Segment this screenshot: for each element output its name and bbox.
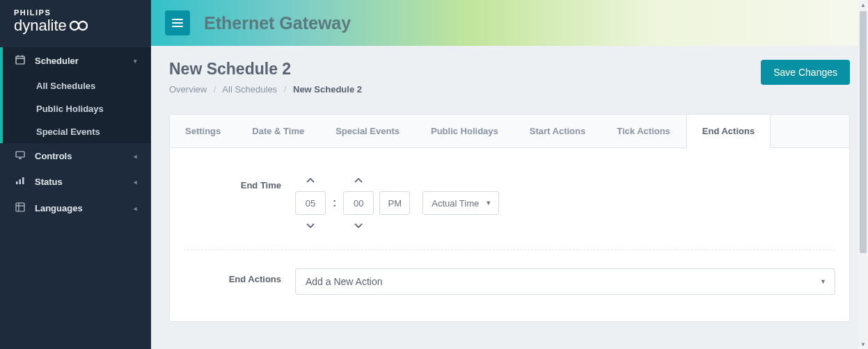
scroll-down-icon[interactable]: ▼ [858,339,868,349]
nav-sub-scheduler: All Schedules Public Holidays Special Ev… [0,74,151,143]
scroll-up-icon[interactable]: ▲ [858,0,868,10]
scrollbar-track[interactable] [860,11,867,338]
minute-input[interactable] [343,191,374,215]
scrollbar-thumb[interactable] [860,11,867,253]
add-action-value: Add a New Action [306,276,383,287]
scrollbar[interactable]: ▲ ▼ [858,0,868,349]
breadcrumb-root[interactable]: Overview [169,84,207,95]
svg-rect-12 [16,203,24,211]
nav: Scheduler ▾ All Schedules Public Holiday… [0,44,151,222]
chevron-left-icon: ◂ [134,179,137,186]
end-actions-label: End Actions [184,268,295,284]
svg-rect-10 [19,179,22,184]
caret-down-icon: ▼ [820,278,826,285]
nav-label: Controls [35,151,72,161]
logo-company: PHILIPS [14,8,137,17]
page-title: New Schedule 2 [169,60,362,79]
tabs: Settings Date & Time Special Events Publ… [170,115,849,148]
breadcrumb: Overview / All Schedules / New Schedule … [169,84,362,95]
nav-label: Scheduler [35,56,79,66]
breadcrumb-sep: / [284,84,287,95]
panel-body: End Time [170,148,849,321]
save-button[interactable]: Save Changes [761,60,850,85]
row-end-time: End Time [184,165,835,241]
svg-point-1 [79,22,87,30]
breadcrumb-mid[interactable]: All Schedules [222,84,277,95]
minute-up-button[interactable] [352,174,365,187]
tab-special-events[interactable]: Special Events [320,115,416,147]
ampm-toggle[interactable]: PM [379,191,410,215]
logo: PHILIPS dynalite [0,0,151,44]
tab-settings[interactable]: Settings [170,115,237,147]
tab-public-holidays[interactable]: Public Holidays [416,115,514,147]
svg-rect-6 [16,152,24,157]
chevron-down-icon: ▾ [134,58,137,65]
row-end-actions: End Actions Add a New Action ▼ [184,250,835,305]
time-picker: : PM [295,174,835,232]
monitor-icon [14,151,26,161]
tab-start-actions[interactable]: Start Actions [514,115,601,147]
sidebar: PHILIPS dynalite Scheduler ▾ All Schedul… [0,0,151,349]
tab-date-time[interactable]: Date & Time [237,115,320,147]
svg-point-0 [70,22,79,30]
nav-item-controls[interactable]: Controls ◂ [0,143,151,169]
content: New Schedule 2 Overview / All Schedules … [151,46,868,336]
panel: Settings Date & Time Special Events Publ… [169,114,850,322]
chevron-left-icon: ◂ [134,205,137,212]
menu-toggle-button[interactable] [165,10,190,35]
nav-sub-all-schedules[interactable]: All Schedules [3,74,151,97]
topbar-title: Ethernet Gateway [204,13,351,33]
logo-product-text: dynalite [14,17,67,35]
main: Ethernet Gateway New Schedule 2 Overview… [151,0,868,349]
svg-rect-11 [22,177,24,184]
hour-down-button[interactable] [303,219,317,232]
calendar-icon [14,55,26,67]
nav-label: Status [35,177,63,187]
end-time-label: End Time [184,174,295,190]
tab-tick-actions[interactable]: Tick Actions [601,115,686,147]
add-action-select[interactable]: Add a New Action ▼ [295,268,835,295]
logo-mark-icon [70,20,88,31]
svg-rect-2 [16,56,24,64]
globe-icon [14,202,26,214]
svg-rect-9 [16,181,18,184]
time-separator: : [331,197,338,209]
hour-input[interactable] [295,191,326,215]
topbar: Ethernet Gateway [151,0,868,46]
tab-end-actions[interactable]: End Actions [686,114,771,148]
caret-down-icon: ▼ [485,200,491,206]
breadcrumb-current: New Schedule 2 [293,84,362,95]
bars-icon [14,177,26,187]
minute-down-button[interactable] [352,219,365,232]
breadcrumb-sep: / [214,84,216,95]
page-header: New Schedule 2 Overview / All Schedules … [169,60,850,95]
chevron-left-icon: ◂ [134,153,137,160]
nav-sub-special-events[interactable]: Special Events [3,120,151,143]
nav-item-scheduler[interactable]: Scheduler ▾ [0,47,151,74]
hour-up-button[interactable] [303,174,317,187]
logo-product: dynalite [14,17,137,35]
nav-sub-public-holidays[interactable]: Public Holidays [3,97,151,120]
time-mode-value: Actual Time [432,198,479,209]
nav-label: Languages [35,203,83,213]
time-mode-select[interactable]: Actual Time ▼ [423,191,499,215]
nav-item-status[interactable]: Status ◂ [0,169,151,195]
nav-item-languages[interactable]: Languages ◂ [0,195,151,222]
